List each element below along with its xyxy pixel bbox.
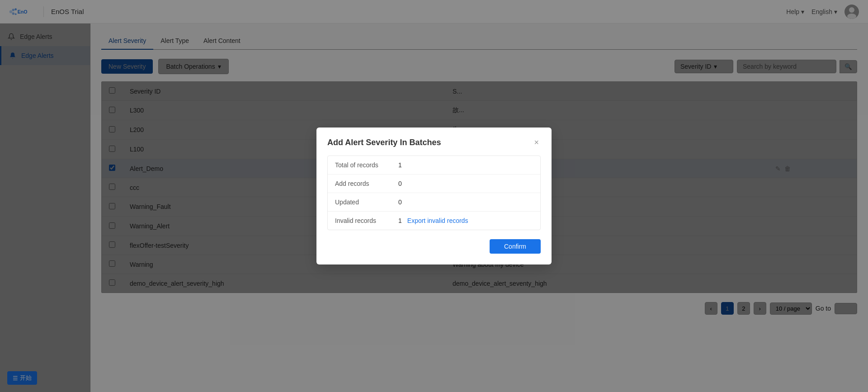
modal-close-button[interactable]: × xyxy=(532,137,541,148)
modal-total-records-row: Total of records 1 xyxy=(328,156,540,175)
confirm-button[interactable]: Confirm xyxy=(490,239,541,254)
modal-results-table: Total of records 1 Add records 0 Updated… xyxy=(327,156,541,230)
modal-add-records-row: Add records 0 xyxy=(328,175,540,193)
modal-footer: Confirm xyxy=(316,239,552,264)
modal-header: Add Alert Severity In Batches × xyxy=(316,128,552,156)
modal-invalid-records-row: Invalid records 1 Export invalid records xyxy=(328,212,540,230)
modal-title: Add Alert Severity In Batches xyxy=(327,138,441,147)
total-records-label: Total of records xyxy=(335,161,398,169)
invalid-records-label: Invalid records xyxy=(335,217,398,224)
invalid-records-value: 1 xyxy=(398,217,402,224)
modal-overlay: Add Alert Severity In Batches × Total of… xyxy=(0,0,868,392)
export-invalid-records-link[interactable]: Export invalid records xyxy=(407,217,468,224)
updated-value: 0 xyxy=(398,198,402,206)
modal-updated-row: Updated 0 xyxy=(328,193,540,212)
add-records-label: Add records xyxy=(335,180,398,187)
batch-modal: Add Alert Severity In Batches × Total of… xyxy=(316,128,552,264)
total-records-value: 1 xyxy=(398,161,402,169)
updated-label: Updated xyxy=(335,198,398,206)
add-records-value: 0 xyxy=(398,180,402,187)
modal-body: Total of records 1 Add records 0 Updated… xyxy=(316,156,552,239)
